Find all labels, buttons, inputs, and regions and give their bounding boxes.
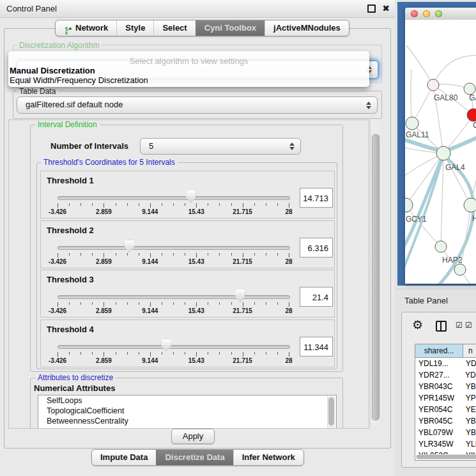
column-header-name[interactable]: n — [463, 344, 476, 357]
axis-tick-label: -3.426 — [49, 258, 66, 265]
slider-handle[interactable] — [235, 289, 245, 302]
cell-name[interactable]: YDR2 — [462, 369, 476, 381]
table-horizontal-scrollbar[interactable] — [416, 454, 476, 459]
number-of-intervals-label: Number of Intervals — [50, 141, 128, 151]
network-node-h[interactable] — [464, 198, 476, 212]
threshold-value-field[interactable]: 14.713 — [300, 188, 333, 208]
table-header-row: shared... n — [415, 344, 476, 358]
numerical-attributes-label: Numerical Attributes — [34, 383, 115, 393]
network-node[interactable] — [454, 264, 466, 275]
network-window-titlebar[interactable] — [405, 8, 476, 20]
apply-button[interactable]: Apply — [171, 429, 215, 444]
node-label: H — [472, 214, 476, 223]
threshold-value-field[interactable]: 6.316 — [300, 238, 333, 257]
table-row[interactable]: YBR045C YBR0 — [415, 415, 476, 427]
cell-name[interactable]: YER0 — [463, 404, 476, 415]
split-columns-icon[interactable] — [436, 321, 447, 332]
table-row[interactable]: YBL079W YBL0 — [415, 427, 476, 438]
cell-name[interactable]: YBR0 — [463, 381, 476, 392]
cell-shared-name[interactable]: YER054C — [415, 404, 463, 415]
slider-rail[interactable] — [58, 246, 290, 250]
slider-rail[interactable] — [58, 345, 290, 349]
scrollbar-thumb[interactable] — [372, 134, 380, 420]
threshold-coordinates-group-label: Threshold's Coordinates for 5 Intervals — [41, 158, 178, 167]
float-window-icon[interactable] — [367, 4, 376, 13]
scrollbar-thumb[interactable] — [328, 397, 334, 426]
number-of-intervals-value: 5 — [149, 139, 153, 154]
threshold-panel: Threshold 4 -3.4262.8599.14415.4321.7152… — [40, 319, 335, 367]
axis-tick-label: 2.859 — [96, 307, 112, 314]
cell-shared-name[interactable]: YBR043C — [415, 381, 463, 392]
node-label-partial: GA — [469, 93, 476, 102]
scrollbar-thumb[interactable] — [417, 455, 476, 459]
attributes-list-scrollbar[interactable] — [327, 396, 335, 429]
cell-name[interactable]: YBL0 — [463, 427, 476, 438]
cell-shared-name[interactable]: YPR145W — [415, 392, 463, 404]
tab-impute-data[interactable]: Impute Data — [92, 450, 156, 465]
cell-name[interactable]: YBR0 — [463, 415, 476, 427]
slider-rail[interactable] — [58, 196, 290, 200]
slider-rail[interactable] — [58, 295, 290, 299]
threshold-value-field[interactable]: 21.4 — [300, 287, 333, 307]
slider-ticks — [58, 352, 289, 357]
window-minimize-icon[interactable] — [423, 10, 430, 17]
column-checkbox-icon[interactable]: ☑ — [465, 321, 472, 330]
cell-shared-name[interactable]: YBL079W — [415, 427, 463, 438]
cell-shared-name[interactable]: YLR345W — [415, 438, 463, 450]
settings-gear-icon[interactable]: ⚙ — [412, 318, 423, 332]
tab-cyni-toolbox[interactable]: Cyni Toolbox — [196, 20, 265, 36]
table-body: YDL19... YDL1 YDR27... YDR2 YBR043C YBR0… — [415, 358, 476, 461]
axis-tick-label: 28 — [285, 307, 292, 314]
network-node-gal11[interactable] — [406, 117, 418, 130]
table-row[interactable]: YDR27... YDR2 — [415, 369, 476, 381]
tab-jactivemnodules[interactable]: jActiveMNodules — [265, 20, 349, 36]
cell-shared-name[interactable]: YDL19... — [415, 358, 463, 369]
table-row[interactable]: YDL19... YDL1 — [415, 358, 476, 369]
network-node-gcy1[interactable] — [405, 198, 413, 212]
cell-name[interactable]: YLR3 — [463, 438, 476, 450]
table-row[interactable]: YPR145W YPR1 — [415, 392, 476, 404]
network-canvas[interactable]: GAL80GAL11GAL4GCY1HHAP2GAC — [405, 20, 476, 284]
control-panel: Control Panel ✖ NetworkStyleSelectCyni T… — [0, 0, 395, 476]
slider-handle[interactable] — [162, 339, 171, 352]
axis-tick-label: 21.715 — [233, 307, 252, 314]
slider-handle[interactable] — [186, 190, 196, 203]
column-header-shared-name[interactable]: shared... — [415, 344, 463, 357]
numerical-attributes-list[interactable]: SelfLoopsTopologicalCoefficientBetweenne… — [38, 395, 337, 429]
cell-shared-name[interactable]: YBR045C — [415, 415, 463, 427]
tab-style[interactable]: Style — [116, 20, 153, 36]
attribute-list-item[interactable]: SelfLoops — [38, 395, 336, 406]
node-attribute-table[interactable]: shared... n YDL19... YDL1 YDR27... YDR2 … — [415, 344, 476, 461]
window-zoom-icon[interactable] — [435, 10, 442, 17]
cell-name[interactable]: YDL1 — [463, 358, 476, 369]
slider-tick-labels: -3.4262.8599.14415.4321.71528 — [58, 307, 289, 315]
network-node-hap2[interactable] — [435, 241, 447, 252]
settings-vertical-scrollbar[interactable] — [370, 120, 380, 427]
table-row[interactable]: YLR345W YLR3 — [415, 438, 476, 450]
table-data-combobox[interactable]: galFiltered.sif default node — [17, 96, 378, 114]
attribute-list-item[interactable]: TopologicalCoefficient — [38, 406, 336, 416]
cell-shared-name[interactable]: YDR27... — [415, 369, 462, 381]
table-row[interactable]: YBR043C YBR0 — [415, 381, 476, 392]
table-row[interactable]: YER054C YER0 — [415, 404, 476, 415]
slider-handle[interactable] — [125, 240, 134, 253]
network-graph: GAL80GAL11GAL4GCY1HHAP2GAC — [405, 20, 476, 284]
dropdown-prompt-item[interactable]: Select algorithm to view settings — [8, 56, 369, 66]
tab-select[interactable]: Select — [153, 20, 195, 36]
number-of-intervals-spinner[interactable]: 5 — [140, 138, 301, 155]
column-checkbox-icon[interactable]: ☑ — [456, 321, 463, 330]
tab-infer-network[interactable]: Infer Network — [233, 450, 303, 465]
dropdown-option-equal-width[interactable]: Equal Width/Frequency Discretization — [10, 75, 148, 85]
cell-name[interactable]: YPR1 — [463, 392, 476, 404]
attribute-list-item[interactable]: BetweennessCentrality — [38, 416, 336, 426]
window-close-icon[interactable] — [411, 10, 418, 17]
network-node-gal80[interactable] — [427, 79, 439, 91]
network-node-gal4[interactable] — [436, 146, 450, 160]
slider-ticks — [58, 203, 289, 208]
dropdown-option-manual[interactable]: Manual Discretization — [10, 66, 95, 75]
axis-tick-label: 28 — [285, 208, 292, 215]
tab-network[interactable]: Network — [56, 20, 116, 36]
tab-discretize-data[interactable]: Discretize Data — [156, 450, 233, 465]
close-panel-icon[interactable]: ✖ — [382, 0, 390, 17]
threshold-value-field[interactable]: 11.344 — [300, 337, 333, 357]
